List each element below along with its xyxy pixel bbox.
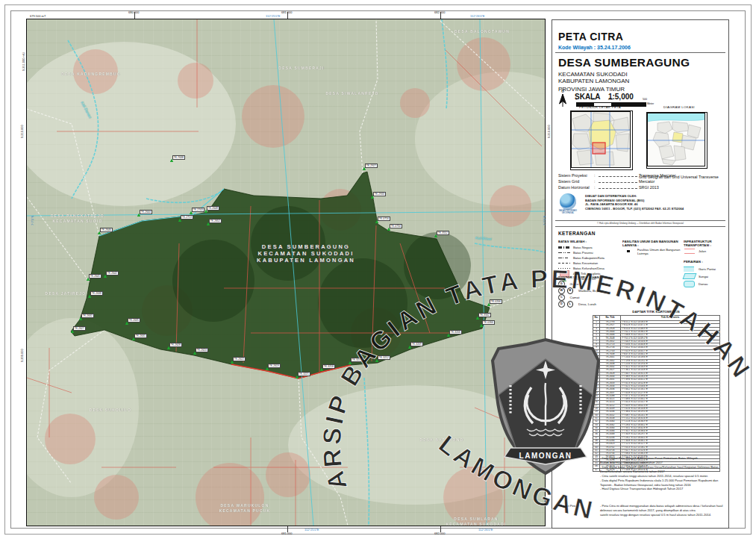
coordinate-label: 7°7'0"S bbox=[543, 216, 546, 225]
facility-square-icon bbox=[622, 250, 634, 253]
tk-marker-label: TK-2652 bbox=[209, 219, 222, 223]
lake-icon bbox=[684, 281, 695, 287]
legend-item: Garis Pantai bbox=[684, 265, 727, 272]
legend-item: Batas Kabupaten/Kota bbox=[558, 255, 618, 261]
tk-marker-label: TK-2641 bbox=[89, 274, 101, 278]
tk-marker-label: TK-3209 bbox=[410, 342, 423, 346]
border-regency-icon bbox=[558, 258, 570, 258]
projection-row: Datum Horizontal:SRGI 2013 bbox=[558, 184, 724, 190]
border-district-icon bbox=[558, 263, 570, 264]
tk-marker-label: TK-3212 bbox=[378, 355, 390, 360]
legend-kantor-item: CCamat bbox=[558, 294, 648, 301]
kecamatan-label: KECAMATAN SUKODADI bbox=[558, 71, 628, 78]
legend-item: Batas Negara bbox=[558, 245, 618, 250]
coordinate-label: 112°25'0"E bbox=[266, 14, 281, 18]
coordinate-label: 9.211.000 mU bbox=[22, 52, 25, 71]
divider bbox=[555, 220, 725, 221]
coordinate-label: 9.209.000 bbox=[20, 349, 24, 362]
tk-marker-label: TK-2624 bbox=[196, 348, 208, 352]
tk-marker-label: TK-3206 bbox=[449, 330, 462, 334]
legend-kantor-heading: KANTOR PEMERINTAHAN : bbox=[558, 275, 648, 279]
legend-jalan-label: Jalan bbox=[699, 249, 706, 253]
kartometric-table: No.No. TitikTitik Kartometris1TK-27937°6… bbox=[593, 315, 720, 472]
tk-marker-label: TK-7638 bbox=[172, 155, 185, 160]
legend-item: Danau bbox=[684, 280, 727, 287]
legend-title: KETERANGAN bbox=[558, 231, 596, 236]
border-province-icon bbox=[558, 252, 570, 254]
office-symbol-icon: B bbox=[567, 287, 574, 294]
publisher-info: DIBUAT DAN DITERBITKAN OLEH:BADAN INFORM… bbox=[585, 194, 725, 211]
legend-infra-heading: INFRASTRUKTUR TRANSPORTASI : bbox=[684, 240, 727, 247]
office-symbol-icon: L bbox=[567, 301, 574, 308]
legend-item: Batas Kecamatan bbox=[558, 261, 618, 266]
border-village-icon bbox=[558, 268, 570, 269]
history-note: Riwayat Peta : - Peta Citra ini dibuat m… bbox=[558, 504, 725, 517]
office-symbol-icon: C bbox=[558, 294, 565, 301]
big-logo-caption: BADAN INFORMASI GEOSPASIAL bbox=[557, 210, 579, 214]
table-header: No. bbox=[593, 316, 600, 321]
coordinate-label: 9.210.000 bbox=[20, 125, 24, 138]
history-label: Riwayat Peta bbox=[558, 504, 591, 517]
scale-tick-label: 0 bbox=[575, 98, 577, 101]
legend-item: Batas Provinsi bbox=[558, 250, 618, 255]
tk-marker-label: TK-2631 bbox=[134, 334, 147, 338]
legend-kantor-item: WBWalikota, Bupati bbox=[558, 287, 648, 294]
tk-marker-label: TK-2642 bbox=[106, 271, 119, 275]
divider bbox=[555, 226, 725, 227]
lamongan-shield-watermark: LAMONGAN bbox=[489, 337, 602, 476]
scale-numbers: 0125250500 bbox=[576, 98, 645, 102]
inset-right-caption: DIAGRAM LOKASI bbox=[645, 105, 713, 109]
coastline-icon bbox=[684, 267, 694, 272]
border-country-icon bbox=[558, 246, 570, 248]
legend-fasum-heading: FASILITAS UMUM DAN BANGUNAN LAINNYA : bbox=[622, 240, 682, 247]
map-canvas[interactable]: DESA SUMBERAGUNGKECAMATAN SUKODADIKABUPA… bbox=[26, 19, 546, 526]
tk-marker-label: TK-0734 bbox=[390, 224, 402, 228]
tk-marker-label: TK-2638 bbox=[90, 291, 103, 296]
coordinate-label: 681.000 bbox=[281, 10, 292, 14]
coordinate-label: 112°26'0"E bbox=[478, 528, 493, 532]
legend-kantor-item: GGubernur bbox=[558, 281, 648, 287]
legend-kantor-item: DLDesa, Lurah bbox=[558, 301, 648, 308]
legend-item: Sungai bbox=[684, 272, 727, 280]
tk-marker-label: TK-2933 bbox=[373, 192, 386, 196]
kabupaten-label: KABUPATEN LAMONGAN bbox=[558, 78, 629, 84]
legend-perairan-heading: PERAIRAN : bbox=[684, 260, 727, 264]
scale-tick-label: 125 bbox=[591, 98, 596, 101]
inset-map-diagram bbox=[646, 112, 707, 169]
tk-marker-label: TK-2646 bbox=[100, 228, 113, 232]
kartometric-points-layer: TK-7638TK-2646TK-2644TK-2713TK-2743TK-26… bbox=[27, 19, 545, 526]
shield-banner-text: LAMONGAN bbox=[519, 452, 572, 460]
keris-icon bbox=[545, 383, 546, 426]
village-title: DESA SUMBERAGUNG bbox=[558, 56, 690, 69]
tk-marker-label: TK-2644 bbox=[140, 210, 152, 214]
tk-marker-label: TK-2648 bbox=[207, 206, 219, 211]
tk-marker-label: TK-2619 bbox=[268, 364, 281, 368]
table-header: Titik Kartometris bbox=[621, 316, 720, 321]
publisher-line: CIBINONG 16911 - BOGOR, TLP. (021) 87520… bbox=[585, 207, 725, 211]
office-symbol-icon: D bbox=[558, 301, 565, 308]
road-line-icon bbox=[684, 249, 696, 254]
tk-marker-label: TK-2627 bbox=[73, 326, 86, 331]
legend-kantor: KANTOR PEMERINTAHAN : GGubernurWBWalikot… bbox=[558, 275, 648, 308]
coordinate-label: 681.000 bbox=[281, 532, 292, 535]
tk-marker-label: TK-2713 bbox=[181, 215, 193, 219]
inset-map-location bbox=[570, 110, 633, 170]
tk-marker-label: TK-2927 bbox=[365, 163, 378, 168]
tk-marker-label: TK-3215 bbox=[351, 358, 363, 362]
office-symbol-icon: G bbox=[558, 281, 565, 287]
coordinate-label: 112°25'0"E bbox=[304, 528, 319, 532]
coordinate-label: 112°26'0"E bbox=[470, 14, 485, 18]
big-logo-icon: BADAN INFORMASI GEOSPASIAL bbox=[560, 193, 579, 214]
coordinate-label: 9.210.000 bbox=[547, 125, 551, 138]
tk-marker-label: TK-3562 bbox=[478, 313, 491, 317]
map-type-title: PETA CITRA bbox=[558, 31, 623, 43]
coordinate-label: 679.500 mT bbox=[30, 14, 46, 18]
legend-fasum: FASILITAS UMUM DAN BANGUNAN LAINNYA : Fa… bbox=[622, 240, 682, 254]
tk-marker-label: TK-3218 bbox=[322, 364, 335, 369]
coordinate-label: 682.000 bbox=[434, 532, 445, 535]
coordinate-label: 682.000 bbox=[434, 10, 445, 14]
office-symbol-icon: W bbox=[558, 287, 565, 294]
tk-marker-label: TK-0716 bbox=[378, 216, 390, 221]
river-icon bbox=[683, 273, 697, 279]
projection-info: Sistem Proyeksi:Transverse MercatorSiste… bbox=[558, 172, 724, 190]
